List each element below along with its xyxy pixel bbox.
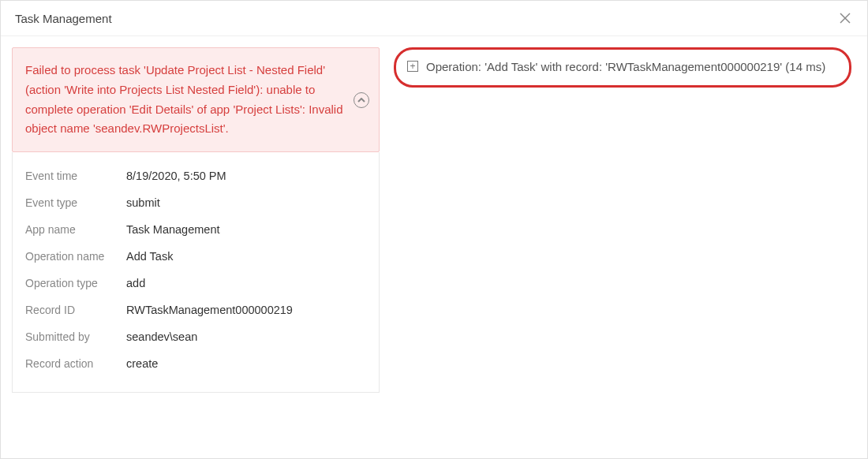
modal-header: Task Management bbox=[1, 1, 867, 36]
detail-label: App name bbox=[25, 223, 126, 236]
detail-label: Event time bbox=[25, 170, 126, 182]
detail-value: create bbox=[126, 357, 158, 370]
detail-value: RWTaskManagement000000219 bbox=[126, 304, 293, 316]
detail-row: Operation type add bbox=[25, 277, 366, 289]
detail-value: add bbox=[126, 277, 145, 289]
detail-value: Add Task bbox=[126, 250, 173, 263]
close-button[interactable] bbox=[837, 10, 853, 26]
detail-value: Task Management bbox=[126, 223, 219, 236]
detail-label: Event type bbox=[25, 196, 126, 209]
detail-value: seandev\sean bbox=[126, 330, 197, 343]
detail-row: Record action create bbox=[25, 357, 366, 370]
close-icon bbox=[839, 12, 851, 24]
chevron-up-icon bbox=[357, 98, 365, 103]
modal-body: Failed to process task 'Update Project L… bbox=[1, 36, 867, 458]
operation-text: Operation: 'Add Task' with record: 'RWTa… bbox=[426, 58, 825, 77]
collapse-toggle[interactable] bbox=[354, 92, 369, 108]
detail-label: Operation type bbox=[25, 277, 126, 289]
detail-row: Event time 8/19/2020, 5:50 PM bbox=[25, 170, 366, 182]
detail-row: Operation name Add Task bbox=[25, 250, 366, 263]
detail-label: Record ID bbox=[25, 304, 126, 316]
detail-value: submit bbox=[126, 196, 160, 209]
operation-row: + Operation: 'Add Task' with record: 'RW… bbox=[394, 47, 851, 88]
detail-label: Operation name bbox=[25, 250, 126, 263]
details-box: Event time 8/19/2020, 5:50 PM Event type… bbox=[12, 152, 380, 393]
modal-title: Task Management bbox=[15, 12, 112, 25]
error-message-box: Failed to process task 'Update Project L… bbox=[12, 47, 380, 152]
detail-label: Submitted by bbox=[25, 330, 126, 343]
right-pane: + Operation: 'Add Task' with record: 'RW… bbox=[391, 36, 867, 458]
plus-icon: + bbox=[410, 62, 415, 71]
detail-row: Record ID RWTaskManagement000000219 bbox=[25, 304, 366, 316]
expand-toggle[interactable]: + bbox=[407, 61, 418, 72]
detail-value: 8/19/2020, 5:50 PM bbox=[126, 170, 226, 182]
detail-row: App name Task Management bbox=[25, 223, 366, 236]
detail-label: Record action bbox=[25, 357, 126, 370]
task-management-modal: Task Management Failed to process task '… bbox=[0, 0, 868, 459]
detail-row: Submitted by seandev\sean bbox=[25, 330, 366, 343]
error-message-text: Failed to process task 'Update Project L… bbox=[25, 63, 343, 135]
left-pane: Failed to process task 'Update Project L… bbox=[1, 36, 391, 458]
detail-row: Event type submit bbox=[25, 196, 366, 209]
